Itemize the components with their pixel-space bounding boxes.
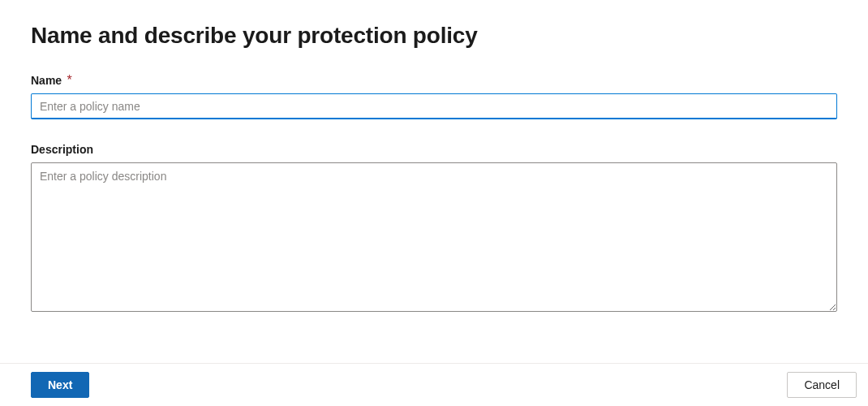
policy-description-input[interactable] (31, 162, 837, 312)
description-label: Description (31, 143, 93, 156)
name-field-group: Name * (31, 73, 837, 119)
name-label: Name (31, 74, 62, 87)
page-title: Name and describe your protection policy (31, 23, 837, 49)
next-button[interactable]: Next (31, 372, 89, 398)
footer-bar: Next Cancel (0, 363, 868, 406)
form-content: Name and describe your protection policy… (0, 0, 868, 315)
description-field-group: Description (31, 142, 837, 315)
required-asterisk-icon: * (67, 73, 72, 87)
cancel-button[interactable]: Cancel (787, 372, 857, 398)
policy-name-input[interactable] (31, 93, 837, 119)
